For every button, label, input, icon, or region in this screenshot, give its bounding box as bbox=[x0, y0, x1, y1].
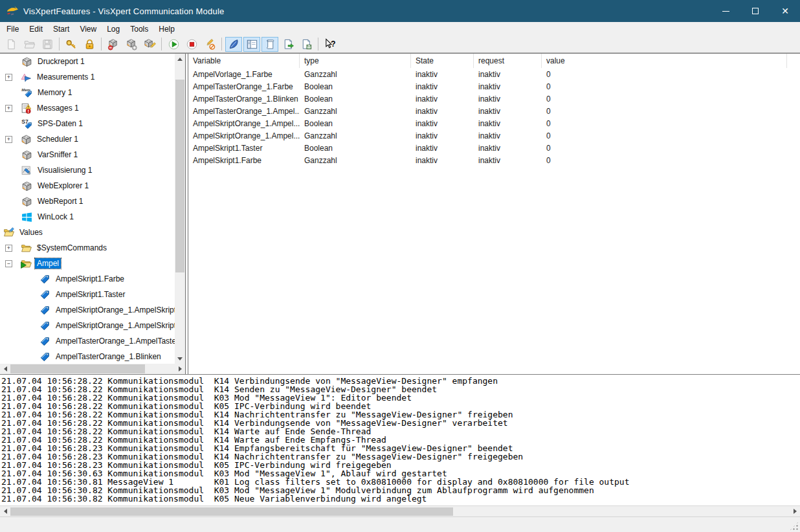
expand-icon[interactable]: + bbox=[5, 74, 12, 81]
menu-tools[interactable]: Tools bbox=[125, 23, 153, 35]
log-line: 21.07.04 10:56:30.82 Kommunikationsmodul… bbox=[1, 494, 800, 503]
module-remove-button[interactable] bbox=[105, 37, 122, 52]
maximize-button[interactable] bbox=[740, 0, 770, 22]
tree-hscroll-thumb[interactable] bbox=[10, 364, 145, 373]
table-row[interactable]: AmpelTasterOrange_1.Ampel...Ganzzahlinak… bbox=[188, 105, 800, 117]
start-button[interactable] bbox=[165, 37, 182, 52]
cell-type: Ganzzahl bbox=[300, 105, 411, 117]
menu-log[interactable]: Log bbox=[102, 23, 125, 35]
open-folder-icon bbox=[23, 38, 36, 50]
expand-icon[interactable]: + bbox=[5, 105, 12, 112]
tree-item-ampeltasterorange-1-blinken[interactable]: AmpelTasterOrange_1.Blinken bbox=[0, 349, 175, 364]
scroll-left-arrow[interactable] bbox=[0, 506, 10, 516]
collapse-icon[interactable]: − bbox=[5, 260, 12, 267]
log-output-panel: 21.07.04 10:56:28.22 Kommunikationsmodul… bbox=[0, 375, 800, 505]
column-header-value[interactable]: value bbox=[542, 54, 787, 68]
log-window-button[interactable] bbox=[261, 37, 278, 52]
column-header-variable[interactable]: Variable bbox=[188, 54, 300, 68]
tree-item-measurements-1[interactable]: +Measurements 1 bbox=[0, 69, 175, 85]
scroll-down-arrow[interactable] bbox=[175, 353, 185, 364]
tree-item-ampelskript1-farbe[interactable]: AmpelSkript1.Farbe bbox=[0, 271, 175, 287]
tree-item-values[interactable]: Values bbox=[0, 225, 175, 240]
variable-table-panel: VariabletypeStaterequestvalue AmpelVorla… bbox=[188, 54, 800, 374]
resize-grip[interactable] bbox=[790, 522, 799, 531]
tree-item-systemcommands[interactable]: +$SystemCommands bbox=[0, 240, 175, 256]
scroll-up-arrow[interactable] bbox=[175, 54, 185, 64]
menu-file[interactable]: File bbox=[1, 23, 24, 35]
tree-item-memory-1[interactable]: MemMemory 1 bbox=[0, 85, 175, 100]
log-horizontal-scrollbar[interactable] bbox=[0, 505, 800, 516]
window-controls: ✕ bbox=[711, 0, 800, 22]
tree-item-scheduler-1[interactable]: +Scheduler 1 bbox=[0, 131, 175, 147]
table-row[interactable]: AmpelSkriptOrange_1.Ampel...Booleaninakt… bbox=[188, 117, 800, 129]
log-export-button[interactable] bbox=[280, 37, 296, 52]
project-tree: Druckreport 1+Measurements 1MemMemory 1+… bbox=[0, 54, 175, 364]
menu-view[interactable]: View bbox=[74, 23, 102, 35]
table-row[interactable]: AmpelTasterOrange_1.FarbeBooleaninaktivi… bbox=[188, 80, 800, 93]
module-add-button[interactable] bbox=[123, 37, 140, 52]
tree-item-winlock-1[interactable]: WinLock 1 bbox=[0, 209, 175, 225]
tree-vertical-scrollbar[interactable] bbox=[175, 54, 185, 364]
log-file-button[interactable] bbox=[298, 37, 315, 52]
save-button[interactable] bbox=[39, 37, 56, 52]
open-folder-button[interactable] bbox=[21, 37, 38, 52]
tree-item-label: Values bbox=[17, 227, 45, 238]
tree-item-visualisierung-1[interactable]: Visualisierung 1 bbox=[0, 162, 175, 178]
tree-item-webexplorer-1[interactable]: WebExplorer 1 bbox=[0, 178, 175, 194]
menu-start[interactable]: Start bbox=[48, 23, 74, 35]
expand-icon[interactable]: + bbox=[5, 245, 12, 252]
tree-item-webreport-1[interactable]: WebReport 1 bbox=[0, 194, 175, 209]
log-hscroll-thumb[interactable] bbox=[10, 507, 453, 516]
tree-item-label: AmpelTasterOrange_1.AmpelTaster_ bbox=[54, 336, 175, 346]
tree-item-messages-1[interactable]: +Messages 1 bbox=[0, 100, 175, 116]
windows-logo-icon bbox=[21, 212, 32, 223]
lock-button[interactable] bbox=[81, 37, 98, 52]
module-edit-button[interactable] bbox=[141, 37, 158, 52]
expand-icon[interactable]: + bbox=[5, 136, 12, 143]
tree-item-label: WebExplorer 1 bbox=[36, 181, 91, 191]
context-help-icon: ? bbox=[324, 38, 337, 50]
tree-vscroll-thumb[interactable] bbox=[175, 80, 184, 272]
memory-tag-icon: Mem bbox=[21, 87, 32, 98]
close-button[interactable]: ✕ bbox=[770, 0, 800, 22]
column-header-request[interactable]: request bbox=[474, 54, 542, 68]
tree-item-ampelskript1-taster[interactable]: AmpelSkript1.Taster bbox=[0, 287, 175, 302]
tree-item-ampeltasterorange-1-ampeltaster[interactable]: AmpelTasterOrange_1.AmpelTaster_ bbox=[0, 333, 175, 349]
new-document-button[interactable] bbox=[3, 37, 19, 52]
table-row[interactable]: AmpelSkript1.FarbeGanzzahlinaktivinaktiv… bbox=[188, 154, 800, 166]
connection-button[interactable] bbox=[225, 37, 242, 52]
scroll-right-arrow[interactable] bbox=[790, 506, 800, 516]
menu-help[interactable]: Help bbox=[153, 23, 180, 35]
table-header: VariabletypeStaterequestvalue bbox=[188, 54, 800, 68]
context-help-button[interactable]: ? bbox=[322, 37, 339, 52]
svg-text:?: ? bbox=[330, 39, 335, 48]
tree-horizontal-scrollbar[interactable] bbox=[0, 364, 185, 374]
table-row[interactable]: AmpelTasterOrange_1.BlinkenBooleaninakti… bbox=[188, 93, 800, 105]
table-row[interactable]: AmpelVorlage_1.FarbeGanzzahlinaktivinakt… bbox=[188, 68, 800, 80]
folder-run-icon bbox=[21, 258, 32, 269]
edit-blocked-button[interactable] bbox=[201, 37, 218, 52]
tree-item-sps-daten-1[interactable]: S7SPS-Daten 1 bbox=[0, 116, 175, 131]
scroll-left-arrow[interactable] bbox=[0, 364, 10, 374]
key-button[interactable] bbox=[63, 37, 80, 52]
tag-icon bbox=[39, 305, 50, 316]
tree-item-ampel[interactable]: −Ampel bbox=[0, 256, 175, 271]
scroll-right-arrow[interactable] bbox=[175, 364, 185, 374]
cell-variable: AmpelTasterOrange_1.Farbe bbox=[188, 80, 300, 93]
tree-item-ampelskriptorange-1-ampelskript[interactable]: AmpelSkriptOrange_1.AmpelSkript_ bbox=[0, 302, 175, 318]
table-row[interactable]: AmpelSkriptOrange_1.Ampel...Ganzzahlinak… bbox=[188, 129, 800, 142]
tree-item-ampelskriptorange-1-ampelskript[interactable]: AmpelSkriptOrange_1.AmpelSkript_ bbox=[0, 318, 175, 333]
tree-item-druckreport-1[interactable]: Druckreport 1 bbox=[0, 54, 175, 69]
column-header-type[interactable]: type bbox=[300, 54, 411, 68]
module-brick-icon bbox=[21, 181, 32, 192]
column-header-state[interactable]: State bbox=[411, 54, 474, 68]
tree-item-label: AmpelSkriptOrange_1.AmpelSkript_ bbox=[54, 320, 175, 331]
cell-variable: AmpelTasterOrange_1.Ampel... bbox=[188, 105, 300, 117]
tree-item-varsniffer-1[interactable]: VarSniffer 1 bbox=[0, 147, 175, 162]
toolbar-separator bbox=[59, 38, 60, 50]
stop-button[interactable] bbox=[183, 37, 200, 52]
minimize-button[interactable] bbox=[711, 0, 740, 22]
table-row[interactable]: AmpelSkript1.TasterBooleaninaktivinaktiv… bbox=[188, 142, 800, 154]
split-view-button[interactable] bbox=[243, 37, 260, 52]
menu-edit[interactable]: Edit bbox=[24, 23, 48, 35]
